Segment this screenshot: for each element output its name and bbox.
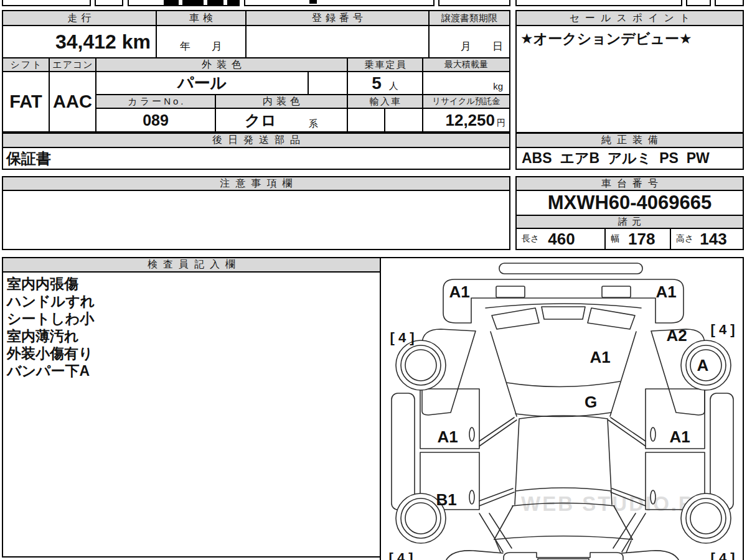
chassis-value-cell: MXWH60-4069665 xyxy=(515,190,744,216)
caution-header-label: 注意事項欄 xyxy=(215,177,298,190)
hood-side-lines xyxy=(491,332,636,416)
genuine-equipment-header: 純正装備 xyxy=(515,133,744,148)
color-no-value: 089 xyxy=(143,111,169,129)
right-pillar-connectors xyxy=(608,418,646,506)
genuine-equipment-value-cell: ABS エアB アルミ PS PW xyxy=(515,147,744,170)
shift-value: FAT xyxy=(9,91,42,112)
inspector-note: バンパー下A xyxy=(7,362,90,380)
cutoff-text-fragment xyxy=(164,0,179,5)
cutoff-cell xyxy=(244,0,435,6)
chassis-value: MXWH60-4069665 xyxy=(548,192,712,214)
max-load-header-label: 最大積載量 xyxy=(444,59,488,70)
shaken-header-label: 車検 xyxy=(186,12,217,25)
right-rear-corner xyxy=(622,551,680,560)
shaken-header: 車検 xyxy=(156,10,247,26)
shift-value-cell: FAT xyxy=(2,71,50,133)
recycle-deposit-header-label: リサイクル預託金 xyxy=(432,96,500,107)
shift-header: シフト xyxy=(2,57,50,72)
aircon-value: AAC xyxy=(53,91,92,112)
interior-color-suffix: 系 xyxy=(309,111,318,130)
hood-bottom-line xyxy=(507,381,620,387)
registration-header-label: 登録番号 xyxy=(308,12,367,25)
shaken-value: 年 月 xyxy=(180,39,222,54)
cutoff-cell xyxy=(515,0,682,6)
exterior-color-value: パール xyxy=(177,72,227,94)
left-pillar-connectors xyxy=(479,418,517,506)
capacity-header-label: 乗車定員 xyxy=(364,59,407,71)
transfer-deadline-value-cell: 月 日 xyxy=(428,25,510,58)
rear-window-line xyxy=(512,503,614,506)
damage-label-windshield: G xyxy=(585,393,597,411)
import-car-cell-2 xyxy=(384,108,423,133)
cutoff-text-fragment xyxy=(207,0,223,5)
exterior-color-value-cell: パール xyxy=(95,71,309,95)
damage-label-right-front-wheel: A xyxy=(697,356,709,375)
spec-width-label: 幅 xyxy=(611,233,619,245)
later-parts-value: 保証書 xyxy=(6,149,51,169)
capacity-value-cell: 5 人 xyxy=(347,71,423,95)
aircon-value-cell: AAC xyxy=(49,71,96,133)
sales-point-header: セールスポイント xyxy=(515,10,744,26)
spec-length-value: 460 xyxy=(548,230,575,249)
bumper-sensor-right xyxy=(602,286,631,297)
right-rear-wheel xyxy=(681,493,731,543)
roof-front-strip xyxy=(499,263,642,274)
sales-point-value: ★オークションデビュー★ xyxy=(520,29,692,49)
auction-sheet: { "sheet": { "mileage": { "label": "走行",… xyxy=(0,0,747,560)
damage-label-left-rear-door: B1 xyxy=(436,490,456,509)
capacity-unit: 人 xyxy=(389,74,398,92)
inspector-note: ハンドルすれ xyxy=(7,292,95,310)
damage-label-right-front-fender: A2 xyxy=(666,326,687,345)
recycle-deposit-header: リサイクル預託金 xyxy=(422,94,510,109)
cutoff-cell xyxy=(715,0,744,6)
aircon-header-label: エアコン xyxy=(52,59,93,71)
exterior-color-extra-cell xyxy=(308,71,348,95)
damage-label-hood: A1 xyxy=(590,348,610,366)
registration-value-cell xyxy=(245,25,430,58)
registration-header: 登録番号 xyxy=(245,10,430,26)
front-bumper-outline xyxy=(443,279,684,323)
interior-color-value: クロ xyxy=(245,110,276,131)
damage-label-front-bumper-right: A1 xyxy=(655,282,676,301)
damage-label-left-front-door: A1 xyxy=(437,427,458,446)
recycle-deposit-value-cell: 12,250 円 xyxy=(422,108,510,133)
spec-width-cell: 幅 178 xyxy=(604,228,671,250)
transfer-deadline-header-label: 譲渡書類期限 xyxy=(441,12,497,24)
sales-point-header-label: セールスポイント xyxy=(564,12,696,25)
headlight-right xyxy=(588,308,635,329)
shaken-value-cell: 年 月 xyxy=(156,25,247,58)
capacity-value: 5 xyxy=(372,73,382,93)
car-top-view-diagram: A1 A1 A1 A2 A G A1 A1 B1 [ 4 ] [ 4 ] [ 4… xyxy=(381,258,743,560)
spec-height-value: 143 xyxy=(700,230,726,249)
color-no-value-cell: 089 xyxy=(95,108,216,133)
mileage-value: 34,412 km xyxy=(55,30,151,54)
inspector-header: 検査員記入欄 xyxy=(2,257,381,273)
genuine-equipment-value: ABS エアB アルミ PS PW xyxy=(522,149,710,168)
recycle-deposit-unit: 円 xyxy=(497,111,505,129)
aircon-header: エアコン xyxy=(49,57,96,72)
car-diagram-box: WEB STUDIO.RU xyxy=(380,257,744,560)
mileage-value-cell: 34,412 km xyxy=(2,25,157,58)
left-front-wheel xyxy=(396,340,446,390)
later-parts-header-label: 後日発送部品 xyxy=(207,134,306,147)
left-rear-corner xyxy=(444,551,503,560)
exterior-color-header: 外装色 xyxy=(95,57,348,72)
later-parts-header: 後日発送部品 xyxy=(2,133,510,148)
tire-depth-rear-right: [ 4 ] xyxy=(710,550,735,560)
left-quarter-glass xyxy=(479,513,512,552)
tire-depth-front-right: [ 4 ] xyxy=(710,322,735,337)
inspector-note: シートしわ小 xyxy=(7,310,94,327)
right-rocker-panel xyxy=(710,393,733,510)
cutoff-text-fragment xyxy=(182,0,204,5)
caution-header: 注意事項欄 xyxy=(2,176,510,191)
cutoff-text-fragment xyxy=(309,0,317,4)
rear-pillar-lines xyxy=(494,506,632,539)
inspector-note: 室内薄汚れ xyxy=(7,327,79,345)
max-load-header: 最大積載量 xyxy=(422,57,510,72)
caution-box xyxy=(2,190,510,250)
inspector-notes-box: 室内内張傷 ハンドルすれ シートしわ小 室内薄汚れ 外装小傷有り バンパー下A xyxy=(2,271,381,558)
spec-length-cell: 長さ 460 xyxy=(515,228,606,250)
sales-point-value-cell: ★オークションデビュー★ xyxy=(515,25,744,133)
cutoff-cell xyxy=(438,0,510,6)
import-car-header-label: 輸入車 xyxy=(369,96,402,108)
